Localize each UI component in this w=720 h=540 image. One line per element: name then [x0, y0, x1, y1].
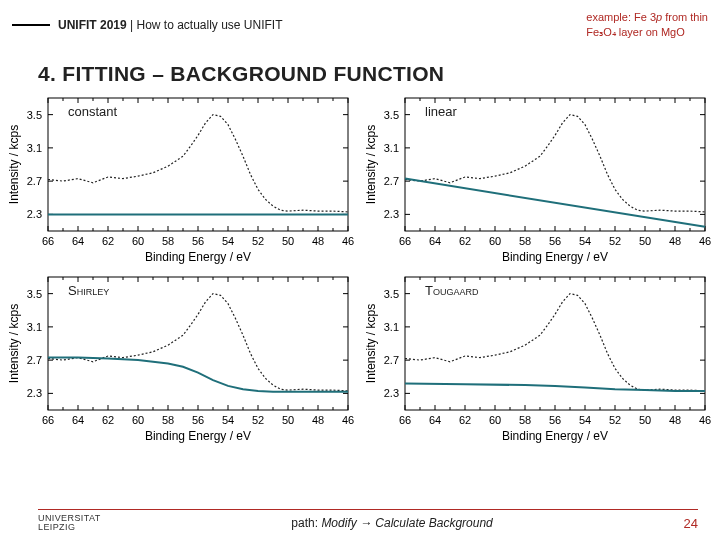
svg-text:56: 56 [192, 235, 204, 247]
header-title-rest: | How to actually use UNIFIT [127, 18, 283, 32]
chart-svg: 66646260585654525048463.53.12.72.3Bindin… [361, 92, 713, 267]
svg-text:2.3: 2.3 [27, 208, 42, 220]
chart-label-constant: constant [68, 104, 117, 119]
header-left: UNIFIT 2019 | How to actually use UNIFIT [12, 18, 283, 32]
svg-text:62: 62 [102, 414, 114, 426]
header-title-bold: UNIFIT 2019 [58, 18, 127, 32]
svg-text:58: 58 [162, 414, 174, 426]
svg-text:52: 52 [609, 414, 621, 426]
svg-text:56: 56 [549, 235, 561, 247]
svg-text:46: 46 [699, 235, 711, 247]
svg-text:54: 54 [222, 414, 234, 426]
svg-text:Binding Energy / eV: Binding Energy / eV [145, 250, 251, 264]
chart-constant: constant 66646260585654525048463.53.12.7… [4, 92, 359, 267]
svg-text:Intensity / kcps: Intensity / kcps [7, 125, 21, 204]
svg-text:3.1: 3.1 [384, 321, 399, 333]
svg-text:64: 64 [72, 414, 84, 426]
svg-text:2.7: 2.7 [27, 354, 42, 366]
chart-tougaard: Tougaard 66646260585654525048463.53.12.7… [361, 271, 716, 446]
section-title: 4. FITTING – BACKGROUND FUNCTION [38, 62, 706, 86]
svg-text:64: 64 [429, 414, 441, 426]
svg-text:3.1: 3.1 [384, 142, 399, 154]
example-l1a: example: Fe 3 [586, 11, 656, 23]
svg-text:3.1: 3.1 [27, 142, 42, 154]
slide-header: UNIFIT 2019 | How to actually use UNIFIT… [0, 0, 720, 40]
header-title: UNIFIT 2019 | How to actually use UNIFIT [58, 18, 283, 32]
svg-text:66: 66 [399, 414, 411, 426]
chart-label-shirley: Shirley [68, 283, 109, 298]
svg-text:52: 52 [609, 235, 621, 247]
svg-text:48: 48 [669, 235, 681, 247]
svg-text:52: 52 [252, 414, 264, 426]
svg-text:3.5: 3.5 [27, 108, 42, 120]
svg-text:56: 56 [549, 414, 561, 426]
chart-linear: linear 66646260585654525048463.53.12.72.… [361, 92, 716, 267]
header-rule [12, 24, 50, 26]
example-l1c: from thin [662, 11, 708, 23]
page-number: 24 [684, 516, 698, 531]
header-example: example: Fe 3p from thin Fe₃O₄ layer on … [586, 10, 708, 40]
svg-text:60: 60 [489, 414, 501, 426]
svg-text:50: 50 [282, 235, 294, 247]
svg-text:3.5: 3.5 [384, 287, 399, 299]
charts-grid: constant 66646260585654525048463.53.12.7… [0, 92, 720, 446]
svg-text:58: 58 [162, 235, 174, 247]
university-logo-text: UNIVERSITAT LEIPZIG [38, 514, 101, 532]
svg-text:52: 52 [252, 235, 264, 247]
footer-rule [38, 509, 698, 510]
svg-text:50: 50 [639, 414, 651, 426]
svg-text:48: 48 [312, 235, 324, 247]
svg-text:2.7: 2.7 [384, 175, 399, 187]
svg-text:2.7: 2.7 [384, 354, 399, 366]
svg-text:60: 60 [489, 235, 501, 247]
svg-text:46: 46 [699, 414, 711, 426]
svg-text:64: 64 [72, 235, 84, 247]
chart-svg: 66646260585654525048463.53.12.72.3Bindin… [361, 271, 713, 446]
chart-label-tougaard: Tougaard [425, 283, 478, 298]
example-l2: Fe₃O₄ layer on MgO [586, 26, 684, 38]
svg-text:54: 54 [579, 235, 591, 247]
path-label: path: [291, 516, 321, 530]
svg-text:Binding Energy / eV: Binding Energy / eV [502, 429, 608, 443]
svg-text:56: 56 [192, 414, 204, 426]
svg-text:62: 62 [459, 235, 471, 247]
footer-row: UNIVERSITAT LEIPZIG path: Modify → Calcu… [38, 514, 698, 532]
chart-svg: 66646260585654525048463.53.12.72.3Bindin… [4, 92, 356, 267]
svg-text:58: 58 [519, 414, 531, 426]
svg-text:58: 58 [519, 235, 531, 247]
svg-text:3.5: 3.5 [27, 287, 42, 299]
svg-text:62: 62 [459, 414, 471, 426]
svg-text:66: 66 [399, 235, 411, 247]
svg-text:54: 54 [579, 414, 591, 426]
chart-svg: 66646260585654525048463.53.12.72.3Bindin… [4, 271, 356, 446]
path-hint: path: Modify → Calculate Background [291, 516, 492, 530]
svg-text:64: 64 [429, 235, 441, 247]
svg-text:48: 48 [669, 414, 681, 426]
svg-text:Intensity / kcps: Intensity / kcps [364, 304, 378, 383]
svg-text:3.1: 3.1 [27, 321, 42, 333]
svg-text:50: 50 [639, 235, 651, 247]
svg-text:2.3: 2.3 [384, 208, 399, 220]
svg-text:Binding Energy / eV: Binding Energy / eV [145, 429, 251, 443]
svg-text:3.5: 3.5 [384, 108, 399, 120]
svg-text:Intensity / kcps: Intensity / kcps [364, 125, 378, 204]
svg-text:50: 50 [282, 414, 294, 426]
chart-shirley: Shirley 66646260585654525048463.53.12.72… [4, 271, 359, 446]
svg-text:62: 62 [102, 235, 114, 247]
svg-text:46: 46 [342, 414, 354, 426]
svg-text:2.3: 2.3 [384, 387, 399, 399]
svg-text:Intensity / kcps: Intensity / kcps [7, 304, 21, 383]
path-value: Modify → Calculate Background [321, 516, 492, 530]
svg-text:46: 46 [342, 235, 354, 247]
svg-text:Binding Energy / eV: Binding Energy / eV [502, 250, 608, 264]
chart-label-linear: linear [425, 104, 457, 119]
uni-bot: LEIPZIG [38, 523, 101, 532]
svg-text:54: 54 [222, 235, 234, 247]
svg-text:66: 66 [42, 235, 54, 247]
slide-footer: UNIVERSITAT LEIPZIG path: Modify → Calcu… [0, 509, 720, 540]
svg-text:48: 48 [312, 414, 324, 426]
svg-text:66: 66 [42, 414, 54, 426]
svg-text:2.7: 2.7 [27, 175, 42, 187]
svg-text:60: 60 [132, 414, 144, 426]
svg-text:60: 60 [132, 235, 144, 247]
